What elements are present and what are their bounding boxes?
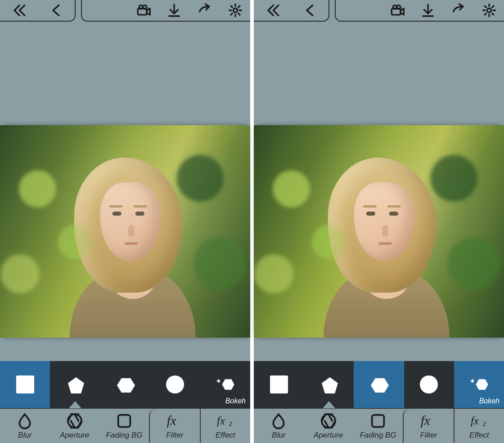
settings-icon[interactable] [482,3,497,18]
svg-marker-24 [476,379,488,389]
drop-icon [16,412,34,430]
svg-text:2: 2 [229,421,232,427]
hexagon-icon [370,375,388,393]
tab-label: Fading BG [360,431,396,440]
svg-marker-23 [471,379,474,383]
tab-blur[interactable]: Blur [254,409,303,443]
image-stage [0,26,250,361]
svg-marker-6 [68,377,84,393]
shape-square[interactable] [254,361,304,408]
svg-text:fx: fx [421,414,430,428]
video-icon[interactable] [136,3,151,18]
shape-circle[interactable] [150,361,200,408]
bokeh-label: Bokeh [479,397,500,405]
tab-fading-bg[interactable]: Fading BG [353,409,403,443]
side-by-side-container: Bokeh Blur Aperture Fading BG [0,0,504,443]
tab-label: Effect [216,431,235,440]
active-tab-pointer [69,401,81,408]
tab-label: Aperture [314,431,343,440]
svg-rect-11 [118,415,130,427]
svg-marker-8 [217,379,220,383]
back-button-group [0,0,76,22]
aperture-shape-strip: Bokeh [0,361,250,408]
svg-text:fx: fx [471,415,479,427]
shape-pentagon[interactable] [304,361,354,408]
aperture-shape-strip: Bokeh [254,361,504,408]
square-icon [16,375,34,393]
tab-label: Filter [420,431,437,440]
svg-marker-9 [222,379,234,389]
square-outline-icon [115,412,133,430]
back-button-group [254,0,329,22]
image-stage [254,26,504,361]
share-icon[interactable] [197,3,212,18]
top-actions [335,0,504,22]
tab-filter[interactable]: fx Filter [403,409,454,443]
phone-pane-left: Bokeh Blur Aperture Fading BG [0,0,250,443]
tab-filter[interactable]: fx Filter [149,409,200,443]
photo-preview[interactable] [0,125,250,338]
settings-icon[interactable] [228,3,243,18]
svg-rect-26 [372,415,384,427]
svg-point-20 [487,8,491,12]
tab-label: Filter [166,431,184,440]
svg-point-2 [143,5,147,9]
back-all-button[interactable] [265,3,280,18]
pentagon-icon [66,375,84,393]
svg-text:fx: fx [217,415,225,427]
top-actions [81,0,250,22]
bokeh-icon [464,375,494,393]
tab-label: Effect [469,431,489,440]
tab-aperture[interactable]: Aperture [303,409,353,443]
tab-fading-bg[interactable]: Fading BG [99,409,149,443]
bottom-tabs: Blur Aperture Fading BG fx Filter [0,408,250,443]
tab-blur[interactable]: Blur [0,409,50,443]
bottom-tabs: Blur Aperture Fading BG fx Filter [254,408,504,443]
aperture-icon [320,412,338,430]
back-button[interactable] [302,3,318,18]
download-icon[interactable] [166,3,182,18]
back-all-button[interactable] [11,3,27,18]
fx-icon: fx [166,412,184,430]
phone-pane-right: Bokeh Blur Aperture Fading BG [254,0,504,443]
back-button[interactable] [49,3,64,18]
square-icon [270,375,288,393]
fx2-icon: fx2 [216,412,234,430]
tab-aperture[interactable]: Aperture [50,409,99,443]
share-icon[interactable] [451,3,466,18]
circle-icon [166,375,184,393]
fx2-icon: fx2 [470,412,488,430]
svg-text:2: 2 [482,421,486,427]
tab-label: Fading BG [106,431,142,440]
bokeh-label: Bokeh [225,397,246,405]
shape-circle[interactable] [404,361,454,408]
photo-preview[interactable] [254,125,504,338]
pane-divider [250,0,254,443]
fx-icon: fx [419,412,437,430]
shape-bokeh[interactable]: Bokeh [200,361,250,408]
circle-icon [420,375,438,393]
svg-marker-7 [117,378,135,393]
tab-label: Aperture [60,431,89,440]
active-tab-pointer [323,401,335,408]
pentagon-icon [320,375,338,393]
top-toolbar [0,0,250,26]
tab-label: Blur [272,431,285,440]
shape-pentagon[interactable] [50,361,100,408]
hexagon-icon [116,375,134,393]
aperture-icon [66,412,84,430]
svg-marker-21 [322,377,338,393]
tab-effect[interactable]: fx2 Effect [454,409,504,443]
shape-bokeh[interactable]: Bokeh [454,361,504,408]
video-icon[interactable] [390,3,405,18]
shape-hexagon[interactable] [354,361,404,408]
shape-square[interactable] [0,361,50,408]
tab-effect[interactable]: fx2 Effect [201,409,250,443]
svg-point-5 [233,8,237,12]
bokeh-icon [210,375,240,393]
download-icon[interactable] [420,3,436,18]
square-outline-icon [369,412,387,430]
tab-label: Blur [18,431,32,440]
shape-hexagon[interactable] [100,361,150,408]
svg-marker-22 [371,378,389,393]
